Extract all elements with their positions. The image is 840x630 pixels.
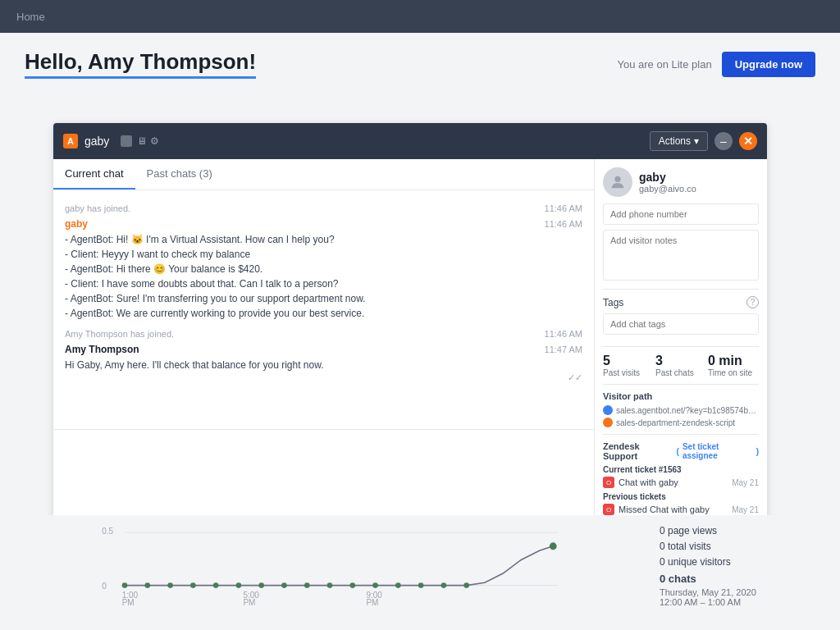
tags-section: Tags ? — [603, 289, 759, 340]
svg-point-15 — [395, 582, 401, 588]
msg-status: ✓✓ — [65, 372, 582, 383]
path-item-1: sales.agentbot.net/?key=b1c98574ba413f4.… — [603, 405, 759, 415]
msg-author-amy: Amy Thompson — [65, 344, 139, 355]
chat-visitor-name: gaby — [84, 135, 109, 148]
chart-time-range: 12:00 AM – 1:00 AM — [660, 597, 815, 607]
stat-time-on-site: 0 min Time on site — [708, 354, 759, 377]
svg-point-3 — [122, 582, 128, 588]
svg-point-9 — [258, 582, 264, 588]
stat-value: 5 — [603, 354, 654, 368]
ticket-icon: O — [603, 477, 614, 488]
msg-content: - AgentBot: Hi! 🐱 I'm a Virtual Assistan… — [65, 232, 582, 321]
chat-favicon: A — [63, 134, 78, 148]
svg-point-5 — [167, 582, 173, 588]
stat-past-chats: 3 Past chats — [655, 354, 706, 377]
chat-header-icons: 🖥 ⚙ — [121, 135, 159, 147]
tab-current-chat[interactable]: Current chat — [53, 159, 135, 189]
ticket-name: Chat with gaby — [619, 477, 678, 487]
svg-point-17 — [441, 582, 447, 588]
svg-text:PM: PM — [122, 598, 135, 605]
header: Hello, Amy Thompson! You are on Lite pla… — [25, 49, 815, 79]
page-title: Hello, Amy Thompson! — [25, 49, 256, 79]
settings-icon: ⚙ — [150, 135, 159, 147]
system-text: gaby has joined. — [65, 203, 130, 213]
chart-stat-visits: 0 total visits — [660, 539, 815, 555]
visitor-name: gaby — [639, 171, 696, 184]
msg-line: - Client: I have some doubts about that.… — [65, 276, 582, 291]
tab-past-chats[interactable]: Past chats (3) — [135, 159, 224, 189]
stat-label: Past visits — [603, 368, 654, 377]
chat-header-left: A gaby 🖥 ⚙ — [63, 134, 159, 148]
chart-svg: 0.5 0 — [25, 523, 635, 605]
msg-time: 11:46 AM — [545, 219, 582, 229]
svg-point-0 — [614, 176, 620, 182]
top-bar: Home — [0, 0, 840, 33]
stats-row: 5 Past visits 3 Past chats 0 min Time on… — [603, 346, 759, 377]
chart-stats: 0 page views 0 total visits 0 unique vis… — [651, 523, 815, 622]
system-time: 11:46 AM — [545, 203, 582, 213]
ticket-item-current: O Chat with gaby May 21 — [603, 477, 759, 488]
path-item-2: sales-department-zendesk-script — [603, 418, 759, 427]
tags-label: Tags — [603, 297, 623, 308]
phone-input[interactable] — [603, 203, 759, 225]
visitor-path-section: Visitor path sales.agentbot.net/?key=b1c… — [603, 384, 759, 427]
stat-past-visits: 5 Past visits — [603, 354, 654, 377]
ticket-item-previous: O Missed Chat with gaby May 21 — [603, 504, 759, 515]
chat-messages: gaby has joined. 11:46 AM gaby 11:46 AM … — [53, 190, 594, 429]
system-time: 11:46 AM — [545, 329, 582, 339]
zendesk-link-text[interactable]: Set ticket assignee — [682, 442, 753, 460]
zendesk-section: Zendesk Support (Set ticket assignee) Cu… — [603, 434, 759, 515]
chat-right-panel: gaby gaby@aivo.co Tags ? — [595, 159, 767, 541]
msg-line: Hi Gaby, Amy here. I'll check that balan… — [65, 358, 582, 372]
chat-header-right: Actions ▾ – ✕ — [650, 131, 757, 151]
svg-point-10 — [281, 582, 287, 588]
chat-window: A gaby 🖥 ⚙ Actions ▾ – ✕ — [53, 123, 767, 541]
svg-point-7 — [213, 582, 219, 588]
home-link[interactable]: Home — [16, 11, 45, 23]
chart-area: 0.5 0 — [25, 523, 635, 622]
current-ticket-label: Current ticket #1563 — [603, 465, 759, 474]
system-message-amy-joined: Amy Thompson has joined. 11:46 AM — [65, 329, 582, 339]
ticket-date-prev: May 21 — [732, 505, 759, 514]
ticket-left: O Chat with gaby — [603, 477, 678, 488]
chart-stat-pageviews: 0 page views — [660, 523, 815, 539]
chevron-down-icon: ▾ — [694, 135, 699, 147]
msg-header: Amy Thompson 11:47 AM — [65, 344, 582, 355]
chat-tabs: Current chat Past chats (3) — [53, 159, 594, 190]
upgrade-button[interactable]: Upgrade now — [722, 52, 815, 77]
tags-input[interactable] — [603, 313, 759, 335]
svg-point-8 — [236, 582, 242, 588]
svg-point-12 — [327, 582, 333, 588]
minimize-button[interactable]: – — [714, 132, 733, 150]
svg-point-16 — [418, 582, 424, 588]
y-label-0: 0 — [102, 582, 107, 591]
msg-line: - AgentBot: Hi there 😊 Your balance is $… — [65, 262, 582, 276]
svg-point-14 — [372, 582, 378, 588]
stat-label: Time on site — [708, 368, 759, 377]
message-amy: Amy Thompson 11:47 AM Hi Gaby, Amy here.… — [65, 344, 582, 383]
zendesk-link[interactable]: ( — [677, 447, 679, 456]
header-right: You are on Lite plan Upgrade now — [617, 52, 815, 77]
path-icon-orange — [603, 418, 613, 427]
chat-input[interactable] — [53, 430, 594, 520]
main-content: Hello, Amy Thompson! You are on Lite pla… — [0, 33, 840, 630]
actions-button[interactable]: Actions ▾ — [650, 131, 708, 151]
close-button[interactable]: ✕ — [739, 132, 757, 150]
msg-header: gaby 11:46 AM — [65, 218, 582, 230]
chart-stat-unique: 0 unique visitors — [660, 555, 815, 570]
visitor-notes-input[interactable] — [603, 230, 759, 281]
chat-left: Current chat Past chats (3) gaby has joi… — [53, 159, 595, 541]
visitor-info: gaby gaby@aivo.co — [639, 171, 696, 194]
msg-line: - AgentBot: Hi! 🐱 I'm a Virtual Assistan… — [65, 232, 582, 247]
system-message-joined: gaby has joined. 11:46 AM — [65, 203, 582, 213]
tags-help-icon[interactable]: ? — [746, 296, 759, 308]
msg-line: - AgentBot: We are currently working to … — [65, 306, 582, 321]
visitor-avatar — [603, 167, 632, 197]
window-icon — [121, 135, 132, 147]
ticket-date: May 21 — [732, 478, 759, 487]
plan-label: You are on Lite plan — [617, 58, 711, 71]
svg-point-18 — [463, 582, 469, 588]
msg-time-amy: 11:47 AM — [545, 345, 582, 354]
msg-author: gaby — [65, 218, 88, 230]
path-icon-blue — [603, 405, 613, 415]
